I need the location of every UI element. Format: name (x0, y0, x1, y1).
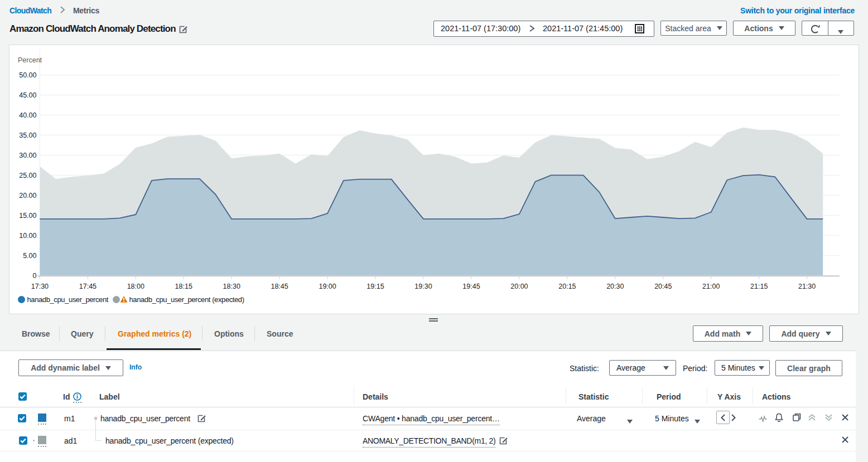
svg-text:50.00: 50.00 (19, 71, 36, 79)
svg-text:18:30: 18:30 (223, 283, 240, 290)
svg-text:17:45: 17:45 (79, 283, 97, 290)
svg-text:20.00: 20.00 (19, 192, 36, 200)
svg-text:20:30: 20:30 (606, 283, 624, 290)
svg-text:19:45: 19:45 (462, 283, 480, 290)
svg-text:15.00: 15.00 (19, 212, 36, 220)
svg-text:5.00: 5.00 (23, 252, 36, 260)
svg-text:19:00: 19:00 (319, 283, 336, 290)
svg-text:Percent: Percent (18, 56, 42, 64)
svg-text:21:15: 21:15 (750, 283, 768, 290)
svg-text:45.00: 45.00 (19, 91, 36, 99)
svg-text:21:30: 21:30 (798, 283, 816, 290)
svg-text:25.00: 25.00 (19, 172, 36, 179)
svg-text:19:15: 19:15 (367, 283, 384, 290)
svg-text:0: 0 (33, 272, 37, 280)
svg-text:20:00: 20:00 (510, 283, 528, 290)
svg-text:35.00: 35.00 (19, 132, 36, 139)
svg-text:18:15: 18:15 (175, 283, 192, 290)
svg-text:30.00: 30.00 (19, 152, 36, 159)
svg-text:21:00: 21:00 (702, 283, 720, 290)
svg-text:40.00: 40.00 (19, 111, 36, 119)
svg-text:19:30: 19:30 (414, 283, 432, 290)
svg-text:17:30: 17:30 (31, 283, 49, 290)
svg-text:20:15: 20:15 (558, 283, 576, 290)
svg-text:18:00: 18:00 (127, 283, 144, 290)
svg-text:10.00: 10.00 (19, 232, 36, 240)
svg-text:18:45: 18:45 (271, 283, 288, 290)
svg-text:20:45: 20:45 (654, 283, 672, 290)
